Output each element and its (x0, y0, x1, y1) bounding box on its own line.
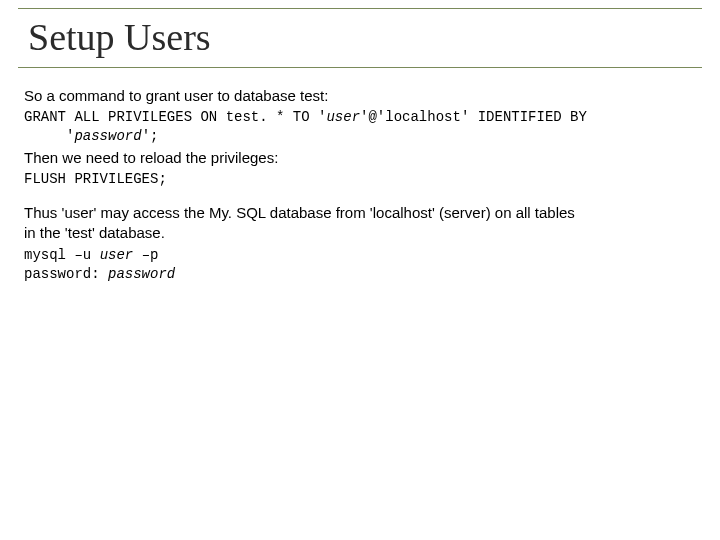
slide-title: Setup Users (24, 11, 702, 61)
grant-command-line1: GRANT ALL PRIVILEGES ON test. * TO 'user… (24, 108, 702, 127)
title-container: Setup Users (18, 8, 702, 68)
code-text: mysql –u (24, 247, 100, 263)
code-text: –p (133, 247, 158, 263)
code-placeholder-user: user (100, 247, 134, 263)
explain-text: Thus 'user' may access the My. SQL datab… (24, 203, 584, 244)
code-text: '; (142, 128, 159, 144)
code-placeholder-password: password (74, 128, 141, 144)
mysql-login-command: mysql –u user –p (24, 246, 702, 265)
reload-text: Then we need to reload the privileges: (24, 148, 702, 168)
password-prompt: password: password (24, 265, 702, 284)
slide-body: So a command to grant user to database t… (18, 86, 702, 283)
code-text: password: (24, 266, 108, 282)
code-placeholder-user: user (326, 109, 360, 125)
intro-text: So a command to grant user to database t… (24, 86, 702, 106)
code-text: '@'localhost' IDENTIFIED BY (360, 109, 587, 125)
flush-command: FLUSH PRIVILEGES; (24, 170, 702, 189)
code-text: GRANT ALL PRIVILEGES ON test. * TO ' (24, 109, 326, 125)
grant-command-line2: 'password'; (24, 127, 702, 146)
code-placeholder-password: password (108, 266, 175, 282)
slide: Setup Users So a command to grant user t… (0, 0, 720, 540)
